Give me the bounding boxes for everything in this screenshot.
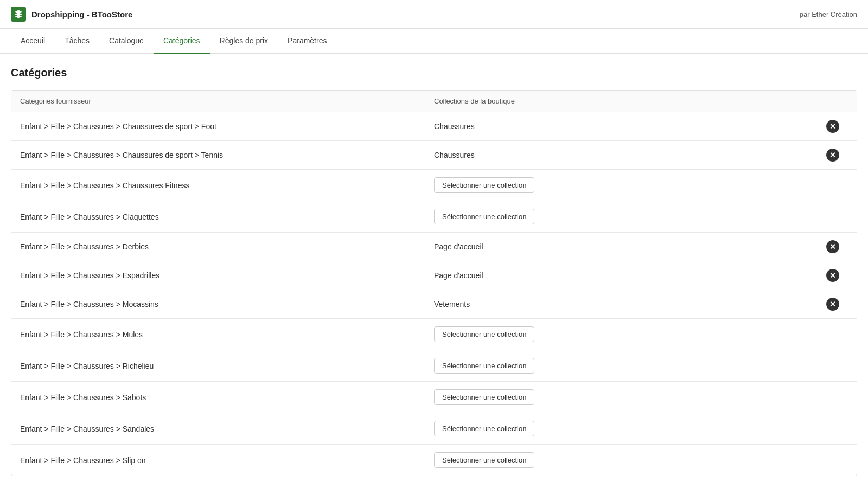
nav-item-acceuil[interactable]: Acceuil: [11, 29, 55, 54]
collection-name: Chaussures: [434, 122, 475, 131]
table-row: Enfant > Fille > Chaussures > Mules Séle…: [11, 319, 857, 350]
collection-cell: Sélectionner une collection: [434, 452, 848, 468]
remove-button[interactable]: ✕: [826, 240, 839, 253]
header-collection: Collections de la boutique: [434, 97, 848, 105]
select-collection-button[interactable]: Sélectionner une collection: [434, 452, 534, 468]
table-row: Enfant > Fille > Chaussures > Chaussures…: [11, 170, 857, 201]
collection-cell: Page d'accueil ✕: [434, 269, 848, 282]
app-brand: Dropshipping - BTooStore: [11, 7, 132, 22]
nav-item-categories[interactable]: Catégories: [154, 29, 210, 54]
table-row: Enfant > Fille > Chaussures > Richelieu …: [11, 350, 857, 382]
select-collection-button[interactable]: Sélectionner une collection: [434, 177, 534, 193]
page-content: Catégories Catégories fournisseur Collec…: [0, 54, 868, 488]
select-collection-button[interactable]: Sélectionner une collection: [434, 209, 534, 224]
app-credits: par Ether Création: [800, 10, 857, 18]
table-row: Enfant > Fille > Chaussures > Chaussures…: [11, 141, 857, 170]
category-path: Enfant > Fille > Chaussures > Sandales: [20, 425, 434, 433]
category-path: Enfant > Fille > Chaussures > Espadrille…: [20, 271, 434, 280]
remove-button[interactable]: ✕: [826, 149, 839, 162]
nav-item-catalogue[interactable]: Catalogue: [99, 29, 154, 54]
collection-name: Chaussures: [434, 151, 475, 159]
nav-item-taches[interactable]: Tâches: [55, 29, 99, 54]
table-row: Enfant > Fille > Chaussures > Sandales S…: [11, 413, 857, 445]
category-path: Enfant > Fille > Chaussures > Chaussures…: [20, 122, 434, 131]
nav-bar: Acceuil Tâches Catalogue Catégories Règl…: [0, 29, 868, 54]
category-path: Enfant > Fille > Chaussures > Chaussures…: [20, 181, 434, 190]
collection-cell: Sélectionner une collection: [434, 177, 848, 193]
category-path: Enfant > Fille > Chaussures > Sabots: [20, 393, 434, 402]
nav-item-regles[interactable]: Règles de prix: [210, 29, 278, 54]
select-collection-button[interactable]: Sélectionner une collection: [434, 358, 534, 374]
table-row: Enfant > Fille > Chaussures > Slip on Sé…: [11, 445, 857, 476]
logo-icon: [14, 9, 23, 19]
select-collection-button[interactable]: Sélectionner une collection: [434, 326, 534, 342]
collection-cell: Sélectionner une collection: [434, 326, 848, 342]
collection-name: Page d'accueil: [434, 271, 483, 280]
table-row: Enfant > Fille > Chaussures > Derbies Pa…: [11, 233, 857, 261]
nav-item-parametres[interactable]: Paramètres: [278, 29, 336, 54]
top-bar: Dropshipping - BTooStore par Ether Créat…: [0, 0, 868, 29]
select-collection-button[interactable]: Sélectionner une collection: [434, 421, 534, 436]
category-path: Enfant > Fille > Chaussures > Mocassins: [20, 300, 434, 309]
remove-button[interactable]: ✕: [826, 120, 839, 133]
collection-cell: Sélectionner une collection: [434, 389, 848, 405]
category-path: Enfant > Fille > Chaussures > Derbies: [20, 242, 434, 251]
collection-name: Page d'accueil: [434, 242, 483, 251]
categories-table: Catégories fournisseur Collections de la…: [11, 90, 857, 476]
category-path: Enfant > Fille > Chaussures > Claquettes: [20, 213, 434, 221]
table-row: Enfant > Fille > Chaussures > Espadrille…: [11, 261, 857, 290]
category-path: Enfant > Fille > Chaussures > Mules: [20, 330, 434, 339]
app-logo: [11, 7, 26, 22]
collection-cell: Chaussures ✕: [434, 149, 848, 162]
category-path: Enfant > Fille > Chaussures > Slip on: [20, 456, 434, 465]
table-row: Enfant > Fille > Chaussures > Claquettes…: [11, 201, 857, 233]
table-row: Enfant > Fille > Chaussures > Mocassins …: [11, 290, 857, 319]
remove-button[interactable]: ✕: [826, 298, 839, 311]
collection-cell: Vetements ✕: [434, 298, 848, 311]
collection-cell: Chaussures ✕: [434, 120, 848, 133]
remove-button[interactable]: ✕: [826, 269, 839, 282]
collection-cell: Page d'accueil ✕: [434, 240, 848, 253]
collection-cell: Sélectionner une collection: [434, 209, 848, 224]
header-supplier: Catégories fournisseur: [20, 97, 434, 105]
select-collection-button[interactable]: Sélectionner une collection: [434, 389, 534, 405]
collection-cell: Sélectionner une collection: [434, 358, 848, 374]
category-path: Enfant > Fille > Chaussures > Chaussures…: [20, 151, 434, 159]
collection-name: Vetements: [434, 300, 470, 309]
table-row: Enfant > Fille > Chaussures > Chaussures…: [11, 112, 857, 141]
table-header: Catégories fournisseur Collections de la…: [11, 91, 857, 112]
category-path: Enfant > Fille > Chaussures > Richelieu: [20, 362, 434, 370]
page-title: Catégories: [11, 67, 857, 79]
app-title: Dropshipping - BTooStore: [31, 10, 132, 19]
collection-cell: Sélectionner une collection: [434, 421, 848, 436]
table-row: Enfant > Fille > Chaussures > Sabots Sél…: [11, 382, 857, 413]
